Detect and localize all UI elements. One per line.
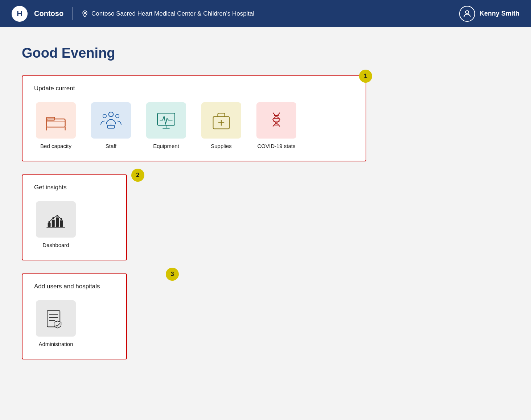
logo-letter: H — [17, 9, 22, 18]
section-badge-3: 3 — [166, 268, 179, 281]
greeting-text: Good Evening — [22, 45, 509, 61]
svg-rect-24 — [56, 217, 59, 227]
get-insights-title: Get insights — [34, 184, 115, 191]
administration-item[interactable]: Administration — [34, 300, 78, 347]
svg-rect-22 — [48, 223, 51, 227]
supplies-icon — [210, 110, 233, 131]
app-header: H Contoso Contoso Sacred Heart Medical C… — [0, 0, 531, 27]
location-icon — [81, 10, 88, 17]
update-current-section: 1 Update current Bed capacity — [22, 75, 366, 161]
main-content: Good Evening 1 Update current Bed capaci… — [0, 27, 531, 391]
supplies-label: Supplies — [211, 143, 232, 149]
svg-point-8 — [103, 114, 107, 118]
svg-point-0 — [84, 12, 86, 13]
add-users-section: 3 Add users and hospitals Admini — [22, 273, 127, 359]
equipment-label: Equipment — [153, 143, 179, 149]
bed-icon — [44, 110, 67, 131]
dashboard-label: Dashboard — [42, 242, 69, 248]
svg-point-9 — [116, 114, 119, 118]
section-badge-1: 1 — [359, 70, 372, 83]
hospital-location: Contoso Sacred Heart Medical Center & Ch… — [81, 10, 459, 17]
svg-point-26 — [48, 221, 50, 223]
app-logo: H — [12, 6, 28, 22]
staff-item[interactable]: Staff — [89, 102, 133, 149]
bed-capacity-label: Bed capacity — [40, 143, 71, 149]
svg-rect-12 — [157, 113, 175, 125]
add-users-title: Add users and hospitals — [34, 283, 115, 290]
covid-stats-item[interactable]: COVID-19 stats — [255, 102, 298, 149]
covid-stats-label: COVID-19 stats — [257, 143, 295, 149]
staff-label: Staff — [106, 143, 117, 149]
dashboard-item[interactable]: Dashboard — [34, 201, 78, 248]
add-users-grid: Administration — [34, 300, 115, 347]
get-insights-section: 2 Get insights — [22, 174, 127, 260]
supplies-icon-box — [201, 102, 241, 139]
svg-point-29 — [61, 218, 62, 220]
staff-icon — [99, 110, 123, 131]
equipment-icon — [155, 110, 178, 131]
covid-icon — [265, 110, 288, 131]
section-badge-2: 2 — [131, 169, 144, 182]
avatar — [459, 6, 475, 22]
equipment-item[interactable]: Equipment — [144, 102, 188, 149]
svg-point-28 — [57, 215, 58, 217]
svg-point-7 — [109, 112, 114, 117]
administration-icon-box — [36, 300, 76, 337]
svg-rect-25 — [60, 220, 63, 227]
dashboard-icon — [44, 209, 67, 230]
header-divider — [72, 7, 73, 20]
bed-capacity-icon-box — [36, 102, 76, 139]
svg-point-27 — [52, 217, 54, 219]
update-current-grid: Bed capacity — [34, 102, 354, 149]
app-name: Contoso — [34, 9, 63, 18]
update-current-title: Update current — [34, 85, 354, 92]
dashboard-icon-box — [36, 201, 76, 238]
svg-rect-10 — [107, 125, 114, 128]
administration-label: Administration — [38, 341, 73, 347]
staff-icon-box — [91, 102, 131, 139]
get-insights-grid: Dashboard — [34, 201, 115, 248]
user-profile[interactable]: Kenny Smith — [459, 6, 519, 22]
equipment-icon-box — [146, 102, 186, 139]
bed-capacity-item[interactable]: Bed capacity — [34, 102, 78, 149]
covid-stats-icon-box — [256, 102, 296, 139]
administration-icon — [44, 308, 67, 329]
supplies-item[interactable]: Supplies — [199, 102, 243, 149]
user-name: Kenny Smith — [479, 10, 519, 17]
svg-point-1 — [466, 11, 469, 14]
svg-rect-23 — [52, 220, 55, 227]
location-text: Contoso Sacred Heart Medical Center & Ch… — [91, 10, 254, 17]
